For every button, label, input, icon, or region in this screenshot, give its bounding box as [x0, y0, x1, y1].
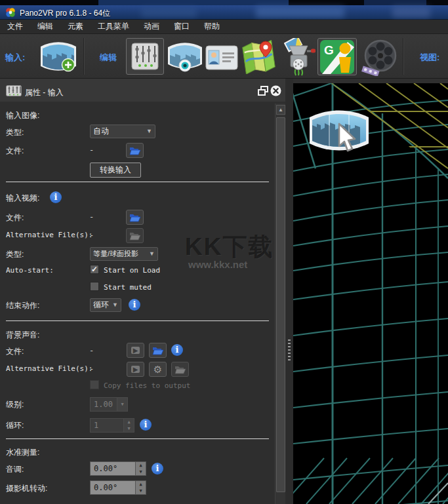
sound-settings-button: ⚙ — [149, 362, 167, 377]
gear-icon: ⚙ — [153, 364, 162, 376]
play-sound-alt-button: ▶ — [127, 362, 144, 377]
browse-video-button[interactable] — [126, 210, 144, 225]
video-file-label: 文件: — [6, 212, 24, 223]
panorama-add-icon — [40, 41, 77, 72]
end-action-dropdown[interactable]: 循环 ▼ — [90, 298, 121, 312]
section-bg-sound: 背景声音: — [6, 330, 39, 341]
projection-dropdown[interactable]: 等量/球面投影 ▼ — [90, 247, 158, 261]
menu-elements[interactable]: 元素 — [60, 19, 91, 34]
pitch-spinner[interactable]: 0.00° ▲▼ — [90, 461, 146, 476]
image-file-value: - — [89, 145, 94, 155]
play-icon: ▶ — [131, 366, 140, 373]
transformation-button[interactable] — [283, 38, 316, 76]
close-panel-icon[interactable] — [270, 85, 281, 96]
start-muted-checkbox[interactable]: ✓ — [90, 282, 99, 291]
splitter-grip-icon — [288, 339, 291, 360]
viewer-button[interactable] — [167, 42, 203, 72]
film-reel-icon — [361, 39, 397, 76]
folder-open-icon-disabled — [174, 365, 186, 374]
menu-window[interactable]: 窗口 — [167, 19, 197, 34]
section-input-image: 输入图像: — [6, 110, 39, 121]
browse-image-button[interactable] — [126, 143, 144, 158]
sound-file-value: - — [89, 346, 94, 355]
panel-title: 属性 - 输入 — [25, 87, 64, 98]
edit-label: 编辑 — [100, 52, 117, 64]
viewport-grid — [293, 83, 448, 504]
browse-sound-alt-button — [171, 362, 189, 377]
chevron-down-icon: ▼ — [146, 128, 152, 134]
output-button[interactable] — [361, 39, 397, 76]
properties-panel-icon — [6, 85, 22, 96]
autostart-label: Auto-start: — [6, 266, 54, 275]
map-pin-icon — [242, 40, 277, 74]
play-icon: ▶ — [131, 347, 140, 354]
video-file-value: - — [89, 212, 94, 222]
map-button[interactable] — [241, 39, 278, 75]
panel-header: 属性 - 输入 — [0, 79, 285, 102]
panorama-eye-icon — [167, 42, 203, 72]
folder-open-icon — [129, 146, 141, 155]
panel-splitter[interactable] — [285, 79, 293, 504]
sound-alt-label: Alternative File(s): — [6, 364, 92, 373]
section-leveling: 水准测量: — [6, 447, 39, 458]
app-window: Pano2VR pro 6.1.8 - 64位 文件 编辑 元素 工具菜单 动画… — [0, 0, 448, 504]
roll-spinner[interactable]: 0.00° ▲▼ — [90, 480, 146, 495]
copy-files-checkbox: ✓ — [90, 380, 99, 389]
sound-info-icon[interactable]: i — [171, 344, 183, 356]
properties-button[interactable] — [126, 38, 164, 75]
pitch-info-icon[interactable]: i — [152, 463, 163, 475]
svg-text:G: G — [324, 43, 334, 57]
streetview-button[interactable]: G — [317, 38, 357, 75]
copy-files-label: Copy files to output — [104, 381, 190, 390]
sliders-icon — [131, 43, 159, 70]
menubar: 文件 编辑 元素 工具菜单 动画 窗口 帮助 — [0, 20, 448, 34]
end-action-info-icon[interactable]: i — [129, 299, 140, 311]
play-sound-button: ▶ — [127, 343, 144, 358]
convert-input-button[interactable]: 转换输入 — [90, 163, 141, 178]
level-label: 级别: — [6, 399, 24, 410]
grinder-icon — [284, 38, 316, 76]
loop-info-icon[interactable]: i — [140, 419, 152, 431]
pitch-label: 音调: — [6, 464, 24, 475]
file-label: 文件: — [6, 145, 24, 157]
menu-tools[interactable]: 工具菜单 — [91, 19, 136, 34]
menu-animation[interactable]: 动画 — [136, 19, 167, 34]
end-action-label: 结束动作: — [6, 300, 39, 311]
start-muted-label: Start muted — [104, 283, 152, 292]
desktop-strip — [0, 0, 448, 5]
scrollbar-thumb[interactable] — [276, 117, 285, 492]
section-input-video: 输入视频: — [6, 193, 39, 204]
app-logo-icon — [5, 7, 16, 18]
input-label: 输入: — [5, 52, 25, 64]
image-type-dropdown[interactable]: 自动 ▼ — [90, 125, 155, 138]
loop-label: 循环: — [6, 420, 24, 431]
loop-spinner: 1 ▲▼ — [90, 418, 134, 433]
level-spinner: 1.00 ▼ — [90, 397, 128, 412]
window-title: Pano2VR pro 6.1.8 - 64位 — [20, 8, 110, 19]
video-alt-value: - — [89, 231, 94, 240]
contact-card-button[interactable] — [205, 45, 239, 71]
chevron-down-icon: ▼ — [149, 250, 155, 257]
start-on-load-label: Start on Load — [104, 266, 160, 275]
viewport[interactable] — [293, 83, 448, 504]
titlebar[interactable]: Pano2VR pro 6.1.8 - 64位 — [0, 5, 448, 20]
sound-alt-value: - — [89, 364, 94, 374]
sound-file-label: 文件: — [6, 346, 24, 357]
float-panel-icon[interactable] — [258, 86, 269, 96]
menu-help[interactable]: 帮助 — [197, 19, 227, 34]
scroll-up-icon[interactable]: ▲ — [276, 105, 285, 115]
panel-scrollbar[interactable]: ▲ — [275, 104, 285, 504]
folder-open-icon-disabled — [129, 231, 141, 241]
add-panorama-button[interactable] — [39, 41, 77, 72]
view-label: 视图: — [420, 52, 439, 64]
browse-sound-button[interactable] — [149, 343, 167, 358]
video-type-label: 类型: — [6, 249, 24, 260]
start-on-load-checkbox[interactable]: ✓ — [90, 265, 99, 274]
roll-label: 摄影机转动: — [6, 483, 47, 494]
menu-file[interactable]: 文件 — [0, 19, 30, 34]
chevron-down-icon: ▼ — [112, 301, 118, 308]
video-info-icon[interactable]: i — [50, 191, 62, 203]
folder-open-icon — [129, 213, 141, 222]
menu-edit[interactable]: 编辑 — [30, 19, 60, 34]
browse-video-alt-button — [126, 228, 144, 243]
